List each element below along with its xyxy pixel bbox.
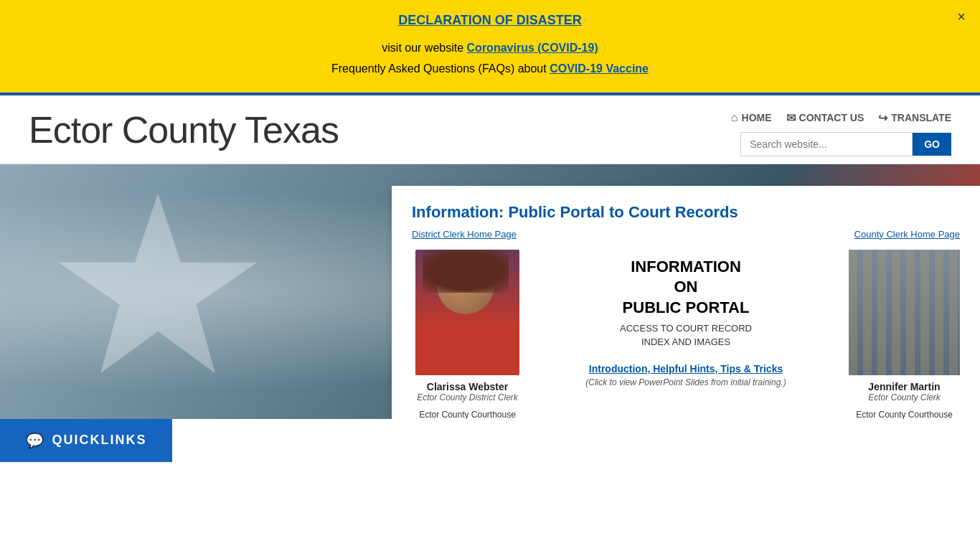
home-label: HOME [742,112,772,123]
alert-banner: × DECLARATION OF DISASTER visit our webs… [0,0,980,95]
nav-links: ⌂ HOME ✉ CONTACT US ↪ TRANSLATE [731,111,951,125]
site-title: Ector County Texas [29,108,339,151]
info-line5: INDEX AND IMAGES [641,336,730,347]
content-card: Information: Public Portal to Court Reco… [392,186,980,419]
info-line1: INFORMATION [631,258,741,276]
card-body: Clarissa Webster Ector County District C… [412,250,960,419]
card-links-row: District Clerk Home Page County Clerk Ho… [412,229,960,240]
home-icon: ⌂ [731,111,738,124]
mail-icon: ✉ [786,111,796,125]
translate-label: TRANSLATE [891,112,951,123]
covid-link[interactable]: Coronavirus (COVID-19) [467,42,598,54]
close-button[interactable]: × [957,9,966,25]
quicklinks-label: QUICKLINKS [52,433,147,448]
search-input[interactable] [740,132,913,156]
visit-text: visit our website [382,42,466,54]
contact-label: CONTACT US [799,112,864,123]
quicklinks-button[interactable]: 💬 QUICKLINKS [0,419,172,462]
card-title: Information: Public Portal to Court Reco… [412,203,960,222]
header-right: ⌂ HOME ✉ CONTACT US ↪ TRANSLATE GO [731,108,951,156]
info-line3: PUBLIC PORTAL [623,298,750,316]
clarissa-photo [415,250,519,375]
hero-area: Information: Public Portal to Court Reco… [0,164,980,419]
person-left: Clarissa Webster Ector County District C… [412,250,523,419]
vaccine-link[interactable]: COVID-19 Vaccine [550,62,649,75]
info-line4: ACCESS TO COURT RECORD [620,323,752,334]
quicklinks-area: 💬 QUICKLINKS [0,419,172,462]
search-button[interactable]: GO [913,133,951,156]
svg-marker-0 [58,193,257,373]
info-title: INFORMATION ON PUBLIC PORTAL [623,257,750,319]
site-header: Ector County Texas ⌂ HOME ✉ CONTACT US ↪… [0,95,980,164]
chat-icon: 💬 [26,432,45,449]
info-subtitle: ACCESS TO COURT RECORD INDEX AND IMAGES [620,322,752,348]
hints-link[interactable]: Introduction, Helpful Hints, Tips & Tric… [589,363,783,375]
shelf-photo [849,250,960,375]
translate-link[interactable]: ↪ TRANSLATE [878,111,951,125]
search-bar: GO [740,132,951,156]
county-clerk-link[interactable]: County Clerk Home Page [854,229,960,240]
hints-sub: (Click to view PowerPoint Slides from in… [585,377,786,387]
clarissa-address: Ector County Courthouse 300 N. Grant, Rm… [419,408,516,419]
jennifer-name: Jennifer Martin [849,381,960,392]
center-info: INFORMATION ON PUBLIC PORTAL ACCESS TO C… [537,250,834,387]
clarissa-name: Clarissa Webster [427,381,508,392]
translate-icon: ↪ [878,111,887,125]
jennifer-title: Ector County Clerk [849,392,960,402]
district-clerk-link[interactable]: District Clerk Home Page [412,229,517,240]
faq-text: Frequently Asked Questions (FAQs) about [331,62,550,75]
bottom-section: 💬 QUICKLINKS [0,419,980,462]
alert-body: visit our website Coronavirus (COVID-19)… [43,38,937,80]
star-shape [43,186,273,415]
clarissa-title: Ector County District Clerk [417,392,518,402]
jennifer-address: Ector County Courthouse 300 N. Grant, Rm… [849,408,960,419]
contact-link[interactable]: ✉ CONTACT US [786,111,864,125]
person-right-panel: Jennifer Martin Ector County Clerk Ector… [849,250,960,419]
info-line2: ON [674,278,698,296]
disaster-link[interactable]: DECLARATION OF DISASTER [43,13,937,28]
home-link[interactable]: ⌂ HOME [731,111,772,124]
